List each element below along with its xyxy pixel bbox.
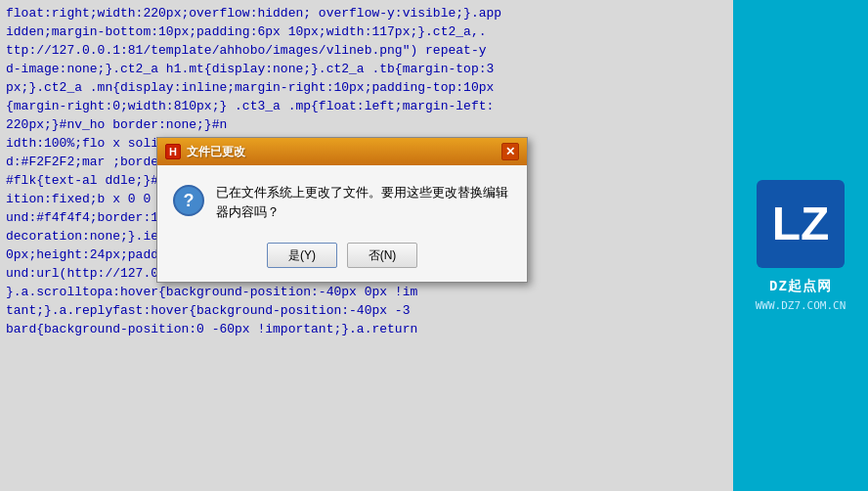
dialog-titlebar: H 文件已更改 ✕ — [157, 138, 527, 165]
dialog-close-button[interactable]: ✕ — [501, 143, 519, 160]
site-url: WWW.DZ7.COM.CN — [756, 299, 846, 312]
dialog-titlebar-left: H 文件已更改 — [165, 144, 245, 160]
dialog-no-button[interactable]: 否(N) — [347, 243, 417, 268]
dialog-question-icon: ? — [173, 185, 204, 216]
dialog-title-text: 文件已更改 — [187, 144, 245, 160]
site-name: DZ起点网 — [769, 278, 832, 295]
dialog-body: ? 已在文件系统上更改了文件。要用这些更改替换编辑器内容吗？ — [157, 165, 527, 235]
dialog-title-icon: H — [165, 144, 181, 159]
file-changed-dialog: H 文件已更改 ✕ ? 已在文件系统上更改了文件。要用这些更改替换编辑器内容吗？… — [156, 137, 528, 283]
brand-panel: LZ DZ起点网 WWW.DZ7.COM.CN — [733, 0, 868, 491]
dialog-message: 已在文件系统上更改了文件。要用这些更改替换编辑器内容吗？ — [216, 183, 511, 221]
logo-text: LZ — [772, 197, 830, 250]
dialog-yes-button[interactable]: 是(Y) — [267, 243, 337, 268]
dialog-footer: 是(Y) 否(N) — [157, 235, 527, 282]
logo-box: LZ — [757, 180, 845, 268]
